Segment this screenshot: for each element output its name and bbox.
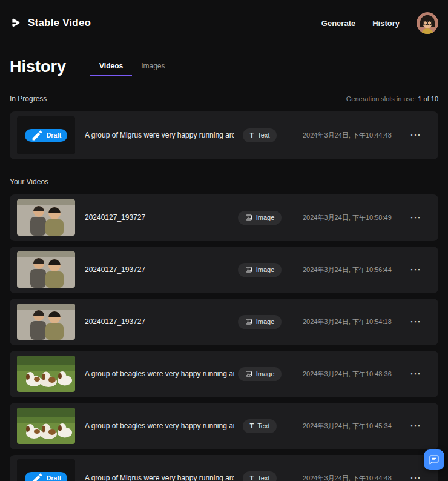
image-badge-icon — [245, 318, 252, 325]
more-options-button[interactable]: ⋯ — [407, 368, 424, 379]
video-thumbnail — [17, 356, 75, 392]
video-row[interactable]: 20240127_193727 Image 2024年3月24日, 下午10:5… — [10, 247, 438, 293]
timestamp: 2024年3月24日, 下午10:58:49 — [303, 213, 407, 222]
video-row[interactable]: 20240127_193727 Image 2024年3月24日, 下午10:5… — [10, 299, 438, 345]
user-avatar[interactable] — [417, 12, 438, 34]
type-badge: Image — [238, 367, 282, 381]
video-row[interactable]: 20240127_193727 Image 2024年3月24日, 下午10:5… — [10, 194, 438, 241]
video-thumbnail — [17, 304, 75, 340]
text-badge-icon: T — [250, 423, 254, 430]
text-badge-icon: T — [250, 132, 254, 139]
type-badge: Image — [238, 211, 282, 225]
badge-label: Image — [256, 266, 275, 273]
badge-label: Text — [257, 131, 269, 139]
page-title: History — [10, 58, 66, 76]
video-title: A group of beagles were very happy runni… — [85, 370, 234, 378]
main-content: History Videos Images In Progress Genera… — [0, 58, 448, 481]
nav-generate[interactable]: Generate — [321, 19, 355, 28]
type-badge: T Text — [243, 419, 277, 433]
draft-row[interactable]: Draft A group of Migrus were very happy … — [10, 455, 438, 481]
brand[interactable]: Stable Video — [10, 17, 91, 30]
video-row[interactable]: A group of beagles were very happy runni… — [10, 351, 438, 397]
draft-thumbnail: Draft — [17, 459, 75, 481]
timestamp: 2024年3月24日, 下午10:48:36 — [303, 370, 407, 379]
tabs: Videos Images — [90, 62, 174, 76]
image-badge-icon — [245, 266, 252, 273]
more-options-button[interactable]: ⋯ — [407, 212, 424, 223]
app-header: Stable Video Generate History — [0, 0, 448, 46]
timestamp: 2024年3月24日, 下午10:54:18 — [303, 317, 407, 327]
video-title: A group of Migrus were very happy runnin… — [85, 474, 234, 481]
badge-label: Text — [257, 422, 269, 430]
generation-slots: Generation slots in use: 1 of 10 — [346, 95, 438, 102]
video-title: 20240127_193727 — [85, 265, 234, 274]
tab-videos[interactable]: Videos — [90, 62, 132, 76]
more-options-button[interactable]: ⋯ — [407, 420, 424, 431]
timestamp: 2024年3月24日, 下午10:45:34 — [303, 422, 407, 431]
stable-video-logo-icon — [10, 17, 22, 30]
more-options-button[interactable]: ⋯ — [407, 473, 424, 481]
slots-label: Generation slots in use: — [346, 95, 417, 102]
brand-name: Stable Video — [28, 17, 91, 29]
badge-label: Image — [256, 370, 275, 377]
support-chat-button[interactable] — [424, 449, 444, 470]
your-videos-section-head: Your Videos — [10, 177, 438, 186]
type-badge: Image — [238, 263, 282, 277]
badge-label: Image — [256, 318, 275, 325]
tab-images[interactable]: Images — [132, 62, 174, 76]
draft-label: Draft — [47, 474, 62, 481]
image-badge-icon — [245, 370, 252, 377]
chat-bubble-icon — [429, 454, 440, 465]
your-videos-heading: Your Videos — [10, 177, 48, 186]
video-thumbnail — [17, 251, 75, 288]
pencil-icon — [31, 472, 44, 481]
nav-history[interactable]: History — [372, 19, 400, 28]
type-badge: T Text — [243, 128, 277, 142]
header-nav: Generate History — [321, 12, 438, 34]
timestamp: 2024年3月24日, 下午10:44:48 — [303, 131, 407, 140]
draft-label: Draft — [47, 131, 62, 139]
in-progress-section-head: In Progress Generation slots in use: 1 o… — [10, 95, 438, 103]
timestamp: 2024年3月24日, 下午10:56:44 — [303, 265, 407, 274]
more-options-button[interactable]: ⋯ — [407, 130, 424, 141]
badge-label: Image — [256, 214, 275, 221]
video-thumbnail — [17, 199, 75, 236]
video-title: A group of beagles were very happy runni… — [85, 422, 234, 430]
text-badge-icon: T — [250, 475, 254, 481]
video-title: A group of Migrus were very happy runnin… — [85, 131, 234, 139]
pencil-icon — [31, 129, 44, 142]
draft-button[interactable]: Draft — [25, 129, 68, 142]
slots-value: 1 of 10 — [418, 95, 438, 102]
video-title: 20240127_193727 — [85, 317, 234, 326]
video-title: 20240127_193727 — [85, 213, 234, 222]
type-badge: T Text — [243, 471, 277, 481]
draft-button[interactable]: Draft — [25, 472, 68, 481]
video-thumbnail — [17, 408, 75, 444]
video-row[interactable]: A group of beagles were very happy runni… — [10, 403, 438, 449]
in-progress-heading: In Progress — [10, 95, 47, 103]
timestamp: 2024年3月24日, 下午10:44:48 — [303, 474, 407, 481]
type-badge: Image — [238, 315, 282, 329]
more-options-button[interactable]: ⋯ — [407, 264, 424, 275]
badge-label: Text — [257, 474, 269, 481]
more-options-button[interactable]: ⋯ — [407, 316, 424, 327]
title-row: History Videos Images — [10, 58, 438, 76]
draft-thumbnail: Draft — [17, 116, 75, 154]
draft-row[interactable]: Draft A group of Migrus were very happy … — [10, 111, 438, 159]
image-badge-icon — [245, 214, 252, 221]
